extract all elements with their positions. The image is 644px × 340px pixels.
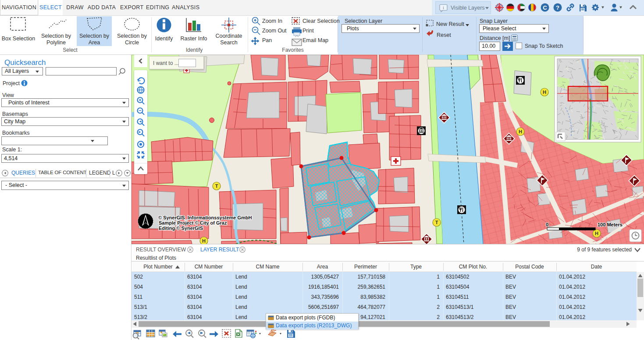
svg-text:H: H: [519, 129, 522, 134]
svg-text:T: T: [215, 183, 218, 189]
svg-text:H: H: [543, 89, 546, 95]
svg-text:H: H: [595, 231, 598, 236]
svg-text:i: i: [443, 5, 444, 10]
svg-text:Editing © SynerGIS: Editing © SynerGIS: [159, 225, 203, 231]
svg-text:?: ?: [556, 4, 559, 11]
svg-text:H: H: [202, 238, 206, 243]
svg-text:© SynerGIS_Informationssysteme: © SynerGIS_Informationssysteme GmbH: [158, 215, 252, 220]
svg-text:C: C: [543, 4, 547, 11]
svg-text:Sample Project © City of Graz: Sample Project © City of Graz: [159, 220, 227, 225]
svg-text:0: 0: [546, 222, 548, 227]
svg-text:T: T: [435, 220, 438, 225]
svg-text:100 Meters: 100 Meters: [598, 222, 623, 227]
